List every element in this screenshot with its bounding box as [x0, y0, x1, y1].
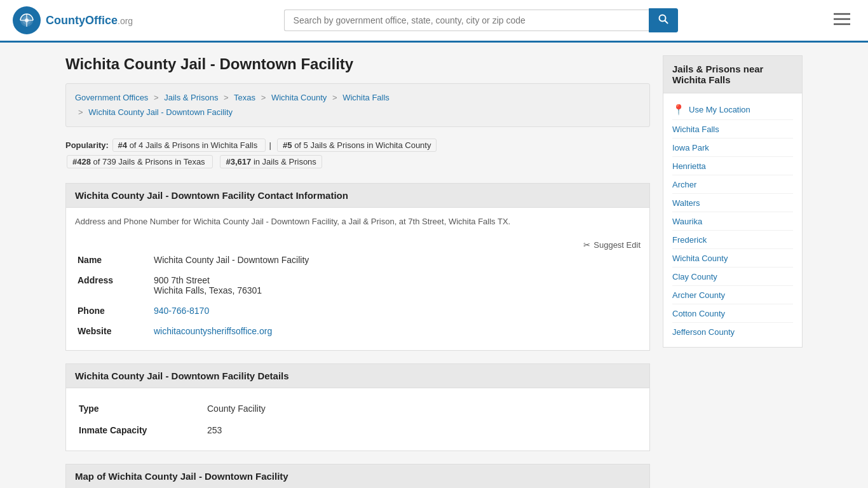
search-button[interactable] — [649, 8, 678, 32]
popularity-rank3: #428 of 739 Jails & Prisons in Texas — [67, 155, 213, 168]
name-label: Name — [75, 250, 151, 270]
type-label: Type — [76, 398, 203, 419]
use-location-link[interactable]: Use My Location — [689, 105, 750, 114]
popularity-rank4: #3,617 in Jails & Prisons — [220, 155, 322, 168]
table-row-website: Website wichitacountysheriffsoffice.org — [75, 321, 641, 341]
phone-label: Phone — [75, 301, 151, 321]
breadcrumb: Government Offices > Jails & Prisons > T… — [65, 83, 650, 127]
table-row-capacity: Inmate Capacity 253 — [76, 420, 639, 440]
table-row-name: Name Wichita County Jail - Downtown Faci… — [75, 250, 641, 270]
sidebar-item-henrietta[interactable]: Henrietta — [672, 157, 793, 175]
sidebar-item-cotton-county[interactable]: Cotton County — [672, 304, 793, 323]
sidebar-item-archer[interactable]: Archer — [672, 175, 793, 194]
breadcrumb-sep-1: > — [154, 93, 159, 102]
type-value: County Facility — [205, 398, 639, 419]
sidebar-item-archer-county[interactable]: Archer County — [672, 286, 793, 304]
table-row-phone: Phone 940-766-8170 — [75, 301, 641, 321]
contact-description: Address and Phone Number for Wichita Cou… — [75, 217, 641, 226]
table-row-type: Type County Facility — [76, 398, 639, 419]
logo-text: CountyOffice.org — [46, 14, 133, 27]
menu-button[interactable] — [829, 9, 855, 32]
capacity-value: 253 — [205, 420, 639, 440]
sidebar-header: Jails & Prisons near Wichita Falls — [663, 55, 803, 93]
main-container: Wichita County Jail - Downtown Facility … — [53, 43, 815, 488]
header: CountyOffice.org — [0, 0, 868, 43]
breadcrumb-current[interactable]: Wichita County Jail - Downtown Facility — [88, 107, 233, 117]
phone-link[interactable]: 940-766-8170 — [154, 306, 209, 316]
details-table: Type County Facility Inmate Capacity 253 — [75, 397, 641, 442]
popularity-rank1: #4 of 4 Jails & Prisons in Wichita Falls — [112, 139, 266, 152]
page-title: Wichita County Jail - Downtown Facility — [65, 55, 650, 73]
table-row-address: Address 900 7th Street Wichita Falls, Te… — [75, 270, 641, 301]
address-value: 900 7th Street Wichita Falls, Texas, 763… — [151, 270, 641, 301]
sidebar-item-jefferson-county[interactable]: Jefferson County — [672, 323, 793, 341]
breadcrumb-sep-2: > — [224, 93, 229, 102]
logo-icon — [13, 6, 41, 34]
sidebar-item-walters[interactable]: Walters — [672, 194, 793, 212]
breadcrumb-wichita-county[interactable]: Wichita County — [271, 93, 327, 102]
name-value: Wichita County Jail - Downtown Facility — [151, 250, 641, 270]
sidebar-item-iowa-park[interactable]: Iowa Park — [672, 139, 793, 157]
sidebar-body: 📍 Use My Location Wichita Falls Iowa Par… — [663, 93, 803, 348]
website-label: Website — [75, 321, 151, 341]
details-section-body: Type County Facility Inmate Capacity 253 — [65, 388, 650, 451]
sidebar-item-wichita-county[interactable]: Wichita County — [672, 249, 793, 268]
main-content: Wichita County Jail - Downtown Facility … — [65, 55, 650, 488]
popularity-rank2: #5 of 5 Jails & Prisons in Wichita Count… — [277, 139, 437, 152]
logo-area: CountyOffice.org — [13, 6, 133, 34]
location-pin-icon: 📍 — [672, 104, 685, 116]
breadcrumb-texas[interactable]: Texas — [234, 93, 255, 102]
contact-info-table: Name Wichita County Jail - Downtown Faci… — [75, 250, 641, 341]
use-location-item[interactable]: 📍 Use My Location — [672, 100, 793, 120]
breadcrumb-sep-3: > — [261, 93, 266, 102]
breadcrumb-wichita-falls[interactable]: Wichita Falls — [342, 93, 390, 102]
details-section-header: Wichita County Jail - Downtown Facility … — [65, 363, 650, 388]
search-input[interactable] — [284, 10, 649, 31]
breadcrumb-sep-5: > — [78, 107, 83, 117]
website-link[interactable]: wichitacountysheriffsoffice.org — [154, 326, 272, 336]
svg-line-7 — [665, 21, 667, 24]
sidebar-item-waurika[interactable]: Waurika — [672, 212, 793, 231]
sidebar-item-wichita-falls[interactable]: Wichita Falls — [672, 120, 793, 139]
contact-section-header: Wichita County Jail - Downtown Facility … — [65, 183, 650, 208]
breadcrumb-government-offices[interactable]: Government Offices — [75, 93, 148, 102]
sidebar-item-frederick[interactable]: Frederick — [672, 231, 793, 249]
suggest-edit-icon: ✂ — [583, 240, 590, 250]
sidebar-item-clay-county[interactable]: Clay County — [672, 268, 793, 286]
search-area — [284, 8, 678, 32]
suggest-edit-link[interactable]: ✂ Suggest Edit — [583, 240, 641, 250]
popularity-label: Popularity: — [65, 140, 109, 150]
contact-section-body: Address and Phone Number for Wichita Cou… — [65, 208, 650, 351]
capacity-label: Inmate Capacity — [76, 420, 203, 440]
sidebar: Jails & Prisons near Wichita Falls 📍 Use… — [663, 55, 803, 488]
breadcrumb-jails-prisons[interactable]: Jails & Prisons — [164, 93, 218, 102]
popularity-section: Popularity: #4 of 4 Jails & Prisons in W… — [65, 137, 650, 170]
breadcrumb-sep-4: > — [332, 93, 337, 102]
address-label: Address — [75, 270, 151, 301]
svg-point-5 — [25, 18, 29, 22]
map-section-header: Map of Wichita County Jail - Downtown Fa… — [65, 464, 650, 488]
